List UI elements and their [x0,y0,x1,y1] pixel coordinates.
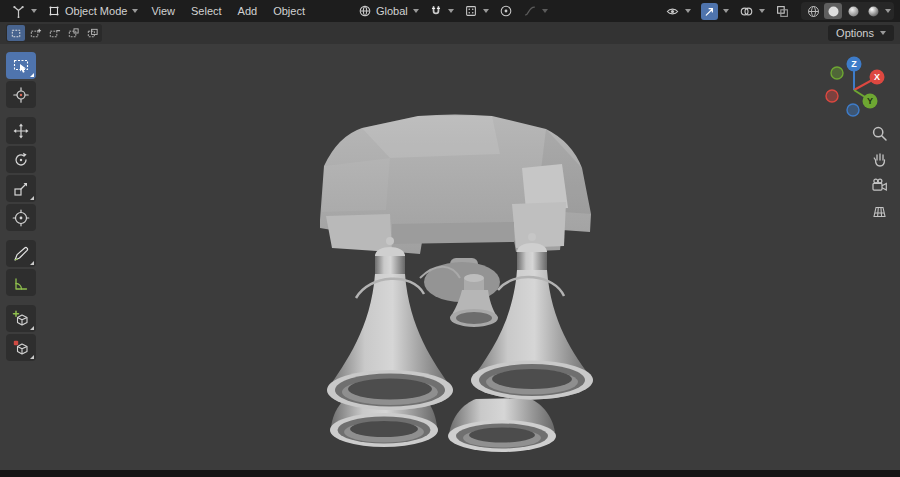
chevron-down-icon [685,9,691,13]
shading-wireframe-icon [807,5,820,18]
toolbar [6,52,36,361]
shading-rendered-button[interactable] [864,3,882,19]
chevron-down-icon [880,31,886,35]
select-extend-icon [29,27,42,40]
shading-wireframe-button[interactable] [804,3,822,19]
chevron-down-icon [448,9,454,13]
viewport-display-controls [660,0,894,22]
orientation-globe-icon [358,4,372,18]
menu-object[interactable]: Object [265,0,313,22]
measure-tool[interactable] [6,269,36,296]
shading-solid-button[interactable] [824,3,842,19]
gizmo-x-label: X [874,72,880,82]
object-mode-icon [47,4,61,18]
pan-control[interactable] [868,149,890,169]
tool-variant-indicator [30,73,34,77]
orthographic-toggle[interactable] [868,201,890,221]
xray-toggle[interactable] [770,0,795,22]
show-gizmo-active-bg [701,3,718,20]
zoom-icon [871,125,888,142]
move-tool[interactable] [6,117,36,144]
gizmo-y-label: Y [867,96,873,106]
menu-add[interactable]: Add [230,0,266,22]
shading-material-icon [847,5,860,18]
gizmo-z-label: Z [851,59,857,69]
select-box-tool[interactable] [6,52,36,79]
scale-icon [12,180,30,198]
select-mode-subtract-button[interactable] [45,25,63,41]
scale-tool[interactable] [6,175,36,202]
rotate-icon [12,151,30,169]
add-cube-icon [12,310,30,328]
select-set-icon [10,27,23,40]
visibility-eye-icon [665,4,680,19]
proportional-editing-toggle[interactable] [494,0,518,22]
falloff-selector[interactable] [518,0,553,22]
cursor-icon [12,86,30,104]
add-cube-tool[interactable] [6,305,36,332]
transform-snap-controls: Global [353,0,553,22]
editor-type-button[interactable] [6,0,42,22]
tool-variant-indicator [30,196,34,200]
duplicate-tool[interactable] [6,334,36,361]
show-overlays-icon [739,4,754,19]
viewport-nav-controls [868,123,890,221]
shading-material-button[interactable] [844,3,862,19]
visibility-dropdown[interactable] [660,0,696,22]
gizmo-axis-neg-x[interactable] [826,90,838,102]
select-mode-group [6,24,102,42]
rotate-tool[interactable] [6,146,36,173]
shading-solid-icon [827,5,840,18]
orthographic-grid-icon [871,203,888,220]
show-gizmo-icon [703,5,716,18]
camera-view-control[interactable] [868,175,890,195]
menu-select[interactable]: Select [183,0,230,22]
falloff-curve-icon [523,4,537,18]
move-icon [12,122,30,140]
status-bar [0,470,900,477]
snap-toggle[interactable] [424,0,459,22]
mode-selector[interactable]: Object Mode [42,0,143,22]
camera-view-icon [871,177,888,194]
pan-hand-icon [871,151,888,168]
topbar: Object Mode View Select Add Object Globa… [0,0,900,22]
snap-target-selector[interactable] [459,0,494,22]
orientation-label: Global [376,5,408,17]
mode-label: Object Mode [65,5,127,17]
select-mode-extend-button[interactable] [26,25,44,41]
duplicate-icon [12,339,30,357]
select-subtract-icon [48,27,61,40]
editor-type-icon [11,4,26,19]
show-gizmo-toggle[interactable] [696,0,734,22]
transform-tool[interactable] [6,204,36,231]
select-box-icon [12,57,30,75]
options-label: Options [836,27,874,39]
options-button[interactable]: Options [828,25,894,41]
chevron-down-icon [132,9,138,13]
cursor-tool[interactable] [6,81,36,108]
show-overlays-toggle[interactable] [734,0,770,22]
proportional-editing-icon [499,4,513,18]
select-mode-invert-button[interactable] [64,25,82,41]
chevron-down-icon [31,9,37,13]
chevron-down-icon [759,9,765,13]
measure-icon [12,274,30,292]
viewport-3d[interactable]: Z X Y [0,44,900,470]
tool-variant-indicator [30,355,34,359]
model-rocket-engine-cluster[interactable] [300,102,620,458]
select-mode-set-button[interactable] [7,25,25,41]
chevron-down-icon [413,9,419,13]
zoom-control[interactable] [868,123,890,143]
menu-view[interactable]: View [143,0,183,22]
select-mode-intersect-button[interactable] [83,25,101,41]
gizmo-axis-neg-y[interactable] [831,67,843,79]
shading-rendered-icon [867,5,880,18]
chevron-down-icon [483,9,489,13]
navigation-gizmo[interactable]: Z X Y [816,52,892,128]
annotate-tool[interactable] [6,240,36,267]
tool-variant-indicator [30,326,34,330]
gizmo-axis-neg-z[interactable] [847,104,859,116]
snap-magnet-icon [429,4,443,18]
transform-icon [12,209,30,227]
orientation-selector[interactable]: Global [353,0,424,22]
